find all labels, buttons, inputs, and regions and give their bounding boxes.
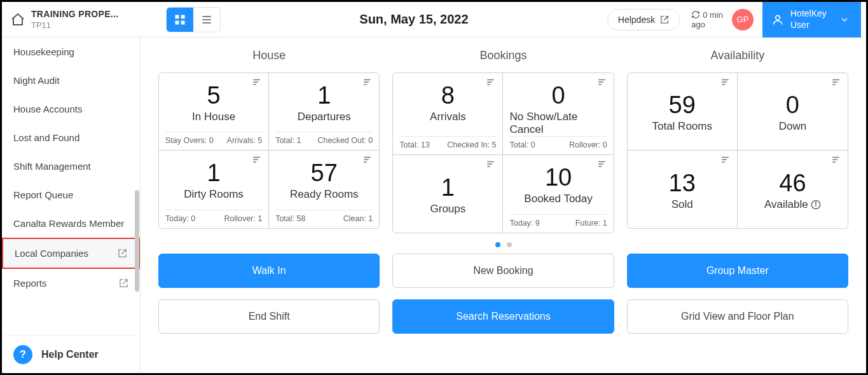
card-available[interactable]: 46Available <box>738 151 848 228</box>
help-center-button[interactable]: ? Help Center <box>2 336 140 373</box>
sync-top: 0 min <box>703 10 723 20</box>
svg-rect-20 <box>488 79 495 81</box>
view-toggle <box>166 7 221 32</box>
grid-view-button[interactable] <box>167 8 193 32</box>
walk-in-button[interactable]: Walk In <box>158 254 380 288</box>
sort-icon[interactable] <box>362 154 374 166</box>
card-booked-today[interactable]: 10Booked TodayToday: 9Future: 1 <box>503 155 613 233</box>
sort-icon[interactable] <box>720 77 732 88</box>
card-label: Down <box>779 120 806 133</box>
svg-rect-35 <box>832 79 839 81</box>
property-block[interactable]: TRAINING PROPE... TP11 <box>7 9 153 30</box>
card-footer-left: Total: 58 <box>275 214 305 223</box>
card-footer-right: Clean: 1 <box>343 214 373 223</box>
sort-icon[interactable] <box>486 159 497 170</box>
sidebar-item-house-accounts[interactable]: House Accounts <box>2 95 140 123</box>
section-title-bookings: Bookings <box>392 49 614 62</box>
svg-rect-33 <box>722 82 727 83</box>
card-departures[interactable]: 1DeparturesTotal: 1Checked Out: 0 <box>269 73 379 151</box>
avatar[interactable]: GP <box>732 9 754 31</box>
svg-rect-43 <box>832 161 836 163</box>
svg-rect-26 <box>488 161 495 163</box>
svg-rect-14 <box>253 157 260 158</box>
sidebar-item-canalta-rewards-member[interactable]: Canalta Rewards Member <box>2 209 140 238</box>
sync-bottom: ago <box>691 20 705 29</box>
card-dirty-rooms[interactable]: 1Dirty RoomsToday: 0Rollover: 1 <box>159 151 269 228</box>
sidebar-item-shift-management[interactable]: Shift Management <box>2 152 140 181</box>
user-icon <box>771 13 784 26</box>
group-master-button[interactable]: Group Master <box>627 254 848 288</box>
card-in-house[interactable]: 5In HouseStay Overs: 0Arrivals: 5 <box>159 73 269 151</box>
dot-2[interactable] <box>507 242 512 247</box>
svg-rect-9 <box>253 82 258 83</box>
sidebar-item-label: Lost and Found <box>13 132 79 143</box>
helpdesk-button[interactable]: Helpdesk <box>607 9 680 31</box>
card-value: 1 <box>317 82 331 109</box>
user-menu[interactable]: HotelKey User <box>762 2 861 38</box>
new-booking-button[interactable]: New Booking <box>392 254 614 288</box>
sort-icon[interactable] <box>252 154 263 166</box>
section-title-availability: Availability <box>627 49 848 62</box>
sidebar-item-label: Shift Management <box>13 161 91 172</box>
sidebar-item-housekeeping[interactable]: Housekeeping <box>2 38 140 66</box>
card-value: 13 <box>669 170 696 197</box>
card-footer-left: Total: 1 <box>275 136 301 145</box>
pagination-dots[interactable] <box>158 242 848 247</box>
sidebar-item-lost-and-found[interactable]: Lost and Found <box>2 123 140 152</box>
sidebar-item-label: Night Audit <box>13 75 60 86</box>
property-code: TP11 <box>31 20 118 30</box>
card-footer: Total: 1Checked Out: 0 <box>275 132 373 145</box>
card-ready-rooms[interactable]: 57Ready RoomsTotal: 58Clean: 1 <box>269 151 379 228</box>
card-groups[interactable]: 1Groups <box>393 155 503 233</box>
sort-icon[interactable] <box>597 77 609 88</box>
section-bookings: Bookings 8ArrivalsTotal: 13Checked In: 5… <box>392 49 614 233</box>
sidebar-item-report-queue[interactable]: Report Queue <box>2 181 140 209</box>
end-shift-button[interactable]: End Shift <box>158 299 380 334</box>
card-label: No Show/Late Cancel <box>509 111 607 136</box>
sidebar-item-local-companies[interactable]: Local Companies <box>2 238 140 269</box>
grid-view-and-floor-plan-button[interactable]: Grid View and Floor Plan <box>627 299 848 334</box>
sidebar-item-night-audit[interactable]: Night Audit <box>2 66 140 95</box>
svg-rect-40 <box>722 161 725 163</box>
svg-rect-11 <box>364 79 371 81</box>
card-value: 0 <box>786 92 799 119</box>
card-footer-left: Today: 0 <box>165 214 195 223</box>
sidebar-item-label: Housekeeping <box>13 46 74 57</box>
card-footer: Total: 13Checked In: 5 <box>399 136 496 149</box>
card-arrivals[interactable]: 8ArrivalsTotal: 13Checked In: 5 <box>393 73 503 155</box>
sidebar-item-label: House Accounts <box>13 104 82 114</box>
dot-1[interactable] <box>495 242 500 247</box>
card-label: Available <box>764 198 821 211</box>
card-footer: Total: 58Clean: 1 <box>275 210 373 223</box>
card-total-rooms[interactable]: 59Total Rooms <box>628 73 738 151</box>
card-no-show-late-cancel[interactable]: 0No Show/Late CancelTotal: 0Rollover: 0 <box>503 73 613 155</box>
card-value: 46 <box>779 170 806 197</box>
sidebar-item-label: Reports <box>13 278 47 289</box>
svg-rect-19 <box>364 161 368 163</box>
sort-icon[interactable] <box>597 159 609 170</box>
svg-rect-17 <box>364 157 371 158</box>
svg-point-46 <box>815 202 816 203</box>
search-reservations-button[interactable]: Search Reservations <box>392 299 614 334</box>
sort-icon[interactable] <box>831 77 843 88</box>
sort-icon[interactable] <box>831 154 843 166</box>
card-sold[interactable]: 13Sold <box>628 151 738 228</box>
card-footer-right: Checked Out: 0 <box>317 136 373 145</box>
svg-rect-38 <box>722 157 729 158</box>
card-down[interactable]: 0Down <box>738 73 848 151</box>
sidebar: HousekeepingNight AuditHouse AccountsLos… <box>2 38 141 373</box>
card-footer-left: Stay Overs: 0 <box>165 136 214 145</box>
list-view-button[interactable] <box>193 8 220 32</box>
sort-icon[interactable] <box>486 77 497 88</box>
card-footer-right: Arrivals: 5 <box>227 136 263 145</box>
sort-icon[interactable] <box>252 77 263 88</box>
sort-icon[interactable] <box>362 77 374 88</box>
sidebar-item-label: Local Companies <box>15 248 88 259</box>
card-value: 1 <box>207 160 221 187</box>
sync-status[interactable]: 0 min ago <box>691 10 723 29</box>
sort-icon[interactable] <box>720 154 732 166</box>
sidebar-item-reports[interactable]: Reports <box>2 269 140 297</box>
card-label: Groups <box>431 203 466 215</box>
info-icon[interactable] <box>811 200 821 210</box>
svg-rect-8 <box>253 79 260 81</box>
